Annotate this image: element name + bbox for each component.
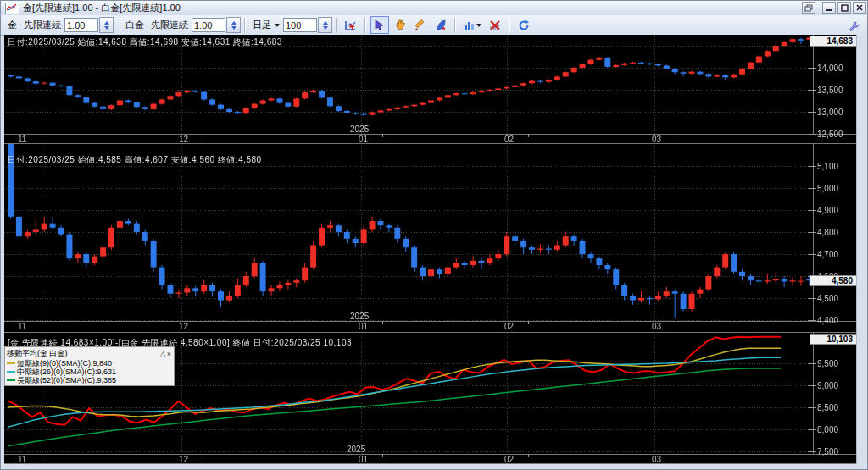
period-dropdown-label[interactable]: 日足 [253,19,271,31]
sma-short-swatch [7,362,15,364]
right-window-border [856,35,867,464]
gold-current-price-badge: 14,683 [810,36,857,47]
app-chart-icon [5,3,19,14]
toolbar: 金 先限連続 白金 先限連続 日足 [1,15,868,36]
bar-count-input[interactable] [283,18,317,32]
title-bar[interactable]: 金[先限連続]1.00 - 白金[先限連続]1.00 [1,1,868,16]
restore-windows-button[interactable] [802,2,815,14]
quill-draw-icon[interactable] [431,16,450,34]
toolbar-separator [364,18,366,33]
chart-application-window: 金[先限連続]1.00 - 白金[先限連続]1.00 金 先限連続 白金 先限連… [0,0,868,470]
moving-average-legend: 移動平均(金 白金) △× 短期線(9)(0)(SMA)(C):9,840 中期… [4,346,175,386]
maximize-button[interactable] [837,2,851,14]
chart-cursor-icon[interactable] [342,16,360,34]
refresh-icon[interactable] [515,16,533,34]
chart-area: 日付:2025/03/25 始値:14,638 高値:14,698 安値:14,… [4,35,859,464]
sma-mid-swatch [7,371,15,373]
sma-long-swatch [7,379,15,381]
gold-candlestick-chart[interactable] [4,35,859,144]
chart-type-dropdown-icon[interactable] [460,16,484,34]
period-dropdown-arrow-icon[interactable] [275,24,280,27]
close-button[interactable] [853,2,866,14]
window-title: 金[先限連続]1.00 - 白金[先限連続]1.00 [23,2,181,14]
sma-long-label: 長期線(52)(0)(SMA)(C):9,385 [17,375,116,386]
gold-contract-label: 先限連続 [24,19,61,31]
platinum-candlestick-chart[interactable] [4,144,859,333]
platinum-multiplier-input[interactable] [192,18,225,32]
select-cursor-icon[interactable] [370,16,389,34]
settings-wrench-icon[interactable] [844,17,863,35]
bar-count-stepper[interactable] [318,17,332,33]
platinum-ohlc-info: 日付:2025/03/25 始値:4,585 高値:4,607 安値:4,560… [8,154,262,166]
platinum-multiplier-stepper[interactable] [226,17,241,33]
platinum-symbol-label: 白金 [125,19,144,31]
gold-symbol-label: 金 [8,19,17,31]
toolbar-separator [336,18,337,33]
pencil-draw-icon[interactable] [411,16,430,34]
toolbar-separator [509,18,510,33]
platinum-current-price-badge: 4,580 [810,275,857,286]
gold-ohlc-info: 日付:2025/03/25 始値:14,638 高値:14,698 安値:14,… [8,36,282,48]
toolbar-separator [244,18,246,33]
legend-close-icon[interactable]: × [167,350,172,358]
hand-pan-icon[interactable] [391,16,409,34]
gold-multiplier-stepper[interactable] [99,17,114,33]
spread-current-price-badge: 10,103 [810,334,857,345]
legend-item-long: 長期線(52)(0)(SMA)(C):9,385 [7,376,172,384]
legend-collapse-icon[interactable]: △ [160,350,167,358]
clear-drawings-icon[interactable] [486,16,504,34]
gold-multiplier-input[interactable] [64,18,98,32]
toolbar-separator [454,18,456,33]
bottom-window-border [1,464,868,470]
platinum-contract-label: 先限連続 [151,19,188,31]
minimize-button[interactable] [822,2,836,14]
